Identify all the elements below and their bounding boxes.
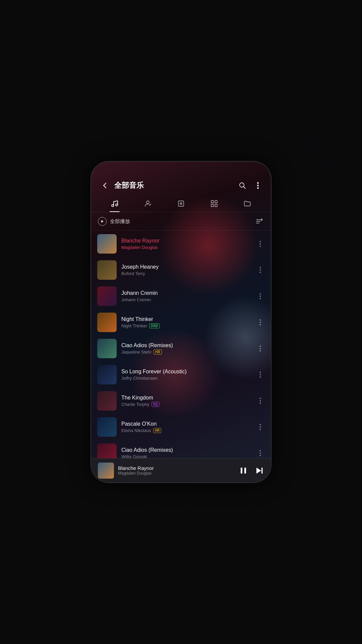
svg-point-42 <box>259 450 261 451</box>
now-playing-artist: Magdalen Douglas <box>118 471 235 476</box>
song-thumb <box>97 234 117 254</box>
svg-point-36 <box>259 398 261 399</box>
svg-point-38 <box>259 402 261 404</box>
song-item-2[interactable]: Johann Cremin Johann Cremin <box>91 283 271 309</box>
song-title: Night Thinker <box>121 316 251 322</box>
next-button[interactable] <box>255 466 264 475</box>
song-artist: Jeffry Christiansen <box>121 376 157 381</box>
song-artist: Charlie Torphy <box>121 402 149 407</box>
song-artist: Buford Terry <box>121 271 145 276</box>
song-thumb <box>97 365 117 384</box>
tab-artists[interactable] <box>131 196 164 212</box>
now-playing-thumb <box>98 463 114 479</box>
svg-point-2 <box>257 185 259 186</box>
pause-button[interactable] <box>239 466 248 475</box>
svg-point-33 <box>259 372 261 373</box>
song-title: Joseph Heaney <box>121 264 251 270</box>
svg-point-44 <box>259 455 261 456</box>
song-more-button[interactable] <box>255 344 265 353</box>
tab-albums[interactable] <box>164 196 197 212</box>
svg-point-19 <box>259 243 261 245</box>
search-button[interactable] <box>238 181 247 190</box>
play-all-button[interactable] <box>98 217 107 226</box>
now-playing-title: Blanche Raynor <box>118 465 235 471</box>
song-thumb <box>97 339 117 358</box>
now-playing-info: Blanche Raynor Magdalen Douglas <box>118 465 235 476</box>
grid-icon <box>210 199 219 208</box>
song-meta: Elisha Nikolaus HR <box>121 428 251 433</box>
song-more-button[interactable] <box>255 370 265 379</box>
sort-button[interactable] <box>254 216 264 226</box>
svg-point-18 <box>259 241 261 242</box>
song-thumb <box>97 260 117 280</box>
svg-point-1 <box>257 182 259 184</box>
svg-point-29 <box>259 324 261 325</box>
song-meta: Charlie Torphy SQ <box>121 402 251 407</box>
tab-grid[interactable] <box>198 196 231 212</box>
song-artist: Magdalen Douglas <box>121 245 158 250</box>
music-note-icon <box>110 199 119 208</box>
song-item-4[interactable]: Ciao Adios (Remixes) Jaqueline Stehr HR <box>91 335 271 362</box>
svg-point-43 <box>259 452 261 454</box>
page-title: 全部音乐 <box>114 180 234 191</box>
song-item-1[interactable]: Joseph Heaney Buford Terry <box>91 257 271 283</box>
song-artist: Johann Cremin <box>121 297 151 302</box>
song-more-button[interactable] <box>255 318 265 327</box>
tab-songs[interactable] <box>98 196 131 212</box>
song-item-0[interactable]: Blanche Raynor Magdalen Douglas <box>91 231 271 257</box>
song-info: The Kingdom Charlie Torphy SQ <box>121 395 251 407</box>
svg-point-4 <box>112 205 114 207</box>
song-info: Ciao Adios (Remixes) Jaqueline Stehr HR <box>121 342 251 355</box>
svg-rect-12 <box>211 204 214 207</box>
song-item-5[interactable]: So Long Forever (Acoustic) Jeffry Christ… <box>91 362 271 388</box>
quality-badge: SQ <box>152 402 160 407</box>
song-item-3[interactable]: Night Thinker Night Thinker DSD <box>91 309 271 335</box>
svg-point-26 <box>259 298 261 299</box>
song-info: Pascale O'Kon Elisha Nikolaus HR <box>121 421 251 433</box>
svg-point-30 <box>259 345 261 347</box>
tab-bar <box>91 196 271 212</box>
svg-point-5 <box>116 204 118 206</box>
song-title: Ciao Adios (Remixes) <box>121 447 251 453</box>
svg-point-25 <box>259 296 261 297</box>
song-more-button[interactable] <box>255 448 265 458</box>
svg-point-28 <box>259 322 261 323</box>
svg-point-37 <box>259 400 261 401</box>
quality-badge: HR <box>154 350 162 355</box>
play-all-bar: 全部播放 <box>91 212 271 231</box>
song-artist: Jaqueline Stehr <box>121 350 152 355</box>
song-more-button[interactable] <box>255 239 265 249</box>
song-info: Joseph Heaney Buford Terry <box>121 264 251 276</box>
song-artist: Night Thinker <box>121 323 147 328</box>
svg-rect-10 <box>211 201 214 203</box>
svg-point-23 <box>259 272 261 273</box>
tab-folders[interactable] <box>231 196 264 212</box>
quality-badge: DSD <box>149 323 160 328</box>
svg-rect-46 <box>244 468 246 474</box>
now-playing-bar[interactable]: Blanche Raynor Magdalen Douglas <box>91 458 271 482</box>
song-title: Johann Cremin <box>121 290 251 296</box>
more-button[interactable] <box>253 181 262 190</box>
song-meta: Jaqueline Stehr HR <box>121 350 251 355</box>
disc-icon <box>177 199 185 208</box>
song-more-button[interactable] <box>255 422 265 432</box>
svg-marker-14 <box>101 220 104 223</box>
song-more-button[interactable] <box>255 291 265 301</box>
song-info: So Long Forever (Acoustic) Jeffry Christ… <box>121 369 251 381</box>
song-title: The Kingdom <box>121 395 251 401</box>
back-button[interactable] <box>100 180 110 191</box>
song-item-7[interactable]: Pascale O'Kon Elisha Nikolaus HR <box>91 414 271 440</box>
song-info: Night Thinker Night Thinker DSD <box>121 316 251 328</box>
svg-point-9 <box>181 203 181 204</box>
svg-point-3 <box>257 187 259 189</box>
song-more-button[interactable] <box>255 265 265 275</box>
song-item-6[interactable]: The Kingdom Charlie Torphy SQ <box>91 388 271 414</box>
svg-rect-48 <box>261 468 263 474</box>
header: 全部音乐 <box>91 162 271 196</box>
song-more-button[interactable] <box>255 396 265 406</box>
song-info: Ciao Adios (Remixes) Willis Osinski <box>121 447 251 459</box>
svg-rect-11 <box>215 201 217 203</box>
svg-point-32 <box>259 350 261 352</box>
song-info: Blanche Raynor Magdalen Douglas <box>121 238 251 250</box>
song-thumb <box>97 417 117 437</box>
